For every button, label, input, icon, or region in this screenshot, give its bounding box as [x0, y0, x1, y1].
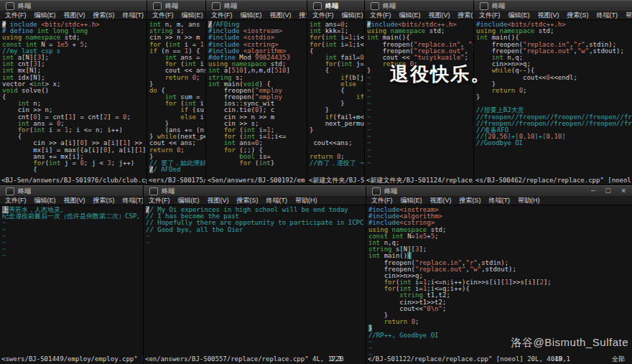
code-token: ] = — [107, 113, 123, 121]
menu-item[interactable]: 视图(V) — [429, 11, 450, 20]
menu-item[interactable]: 视图(V) — [208, 196, 229, 205]
code-line: ~ — [367, 147, 474, 154]
menu-item[interactable]: 文件(F) — [479, 11, 501, 20]
code-token: } — [310, 126, 313, 134]
code-token: int — [33, 126, 45, 134]
menu-item[interactable]: 视图(V) — [538, 11, 559, 20]
code-line: return 0; — [368, 319, 632, 325]
code-area[interactable]: // My Oi experinces in high school will … — [144, 205, 366, 355]
code-area[interactable]: int ans=0;int kkk=1;for(int i=1;i<=nfor(… — [307, 20, 365, 177]
menu-item[interactable]: 帮助(H) — [295, 196, 317, 205]
code-token: "tuiyikuaile" — [414, 54, 464, 61]
menu-item[interactable]: 搜索(S) — [93, 11, 115, 20]
window-titlebar[interactable]: 终端 — [0, 0, 147, 11]
terminal-window-top-1[interactable]: 终端 文件(F)编辑(E)视图(V)搜索(S)终端(T)帮助(H) # incl… — [0, 0, 147, 185]
window-title: 终端 — [224, 1, 237, 11]
menu-bar: 文件(F)编辑(E)视图(V)搜索(S)终端(T)帮助(H) — [147, 11, 206, 20]
menu-item[interactable]: 搜索(S) — [237, 196, 259, 205]
vim-statusline: <en/answers/BJ-S00557/replace/replace.cp… — [144, 355, 366, 364]
window-titlebar[interactable]: 终端 — [144, 185, 366, 196]
menu-item[interactable]: 帮助(H) — [518, 196, 540, 205]
code-area[interactable]: # include <bits/stdc++.h># define int lo… — [0, 20, 147, 177]
menu-item[interactable]: 编辑(E) — [401, 196, 422, 205]
code-area[interactable]: //AFOing#include <iostream>#include <cst… — [206, 20, 307, 177]
code-line: ~ — [367, 121, 474, 127]
menu-bar: 文件(F)编辑(E)视图(V)搜索(S)终端(T)帮助(H) — [365, 11, 474, 20]
maximize-button[interactable]: ☐ — [605, 188, 610, 195]
menu-item[interactable]: 终端(T) — [489, 196, 511, 205]
menu-item[interactable]: 文件(F) — [5, 196, 27, 205]
terminal-icon — [372, 187, 381, 195]
code-area[interactable]: 上善若水，人杰地灵。纪念退役前最后一次（也许是倒数第二次）CSP。~~~~~~ — [0, 205, 144, 355]
code-area[interactable]: #include<iostream>#include<algorithm>#in… — [366, 205, 632, 355]
menu-item[interactable]: 文件(F) — [152, 11, 174, 20]
window-titlebar[interactable]: 终端 — [307, 0, 365, 11]
window-titlebar[interactable]: 终端 — [206, 0, 307, 11]
code-token: 纪念退役前最后一次（也许是倒数第二次）CSP。 — [2, 213, 143, 220]
menu-item[interactable]: 编辑(E) — [34, 11, 56, 20]
close-button[interactable]: ✕ — [621, 188, 626, 195]
code-token: ~ — [146, 239, 149, 246]
code-token: for — [239, 159, 251, 167]
window-titlebar[interactable]: 终端 ─ ☐ ✕ — [366, 185, 632, 196]
window-titlebar[interactable]: 终端 — [0, 185, 144, 196]
terminal-window-bottom-2[interactable]: 终端 文件(F)编辑(E)视图(V)搜索(S)终端(T)帮助(H) // My … — [144, 185, 366, 364]
menu-item[interactable]: 编辑(E) — [34, 196, 56, 205]
window-title: 终端 — [492, 1, 505, 11]
menu-bar: 文件(F)编辑(E)视图(V)搜索(S)终端(T)帮助(H) — [366, 196, 632, 205]
menu-item[interactable]: 视图(V) — [270, 11, 292, 20]
menu-item[interactable]: 搜索(S) — [460, 196, 481, 205]
menu-item[interactable]: 搜索(S) — [299, 11, 308, 20]
code-line: ~ — [367, 160, 474, 167]
menu-item[interactable]: 搜索(S) — [567, 11, 589, 20]
menu-item[interactable]: 终端(T) — [123, 11, 144, 20]
window-titlebar[interactable]: 终端 — [147, 0, 206, 11]
code-token: 1e5 — [415, 233, 427, 240]
code-token: + — [68, 41, 80, 48]
menu-item[interactable]: 文件(F) — [5, 11, 27, 20]
terminal-window-bottom-1[interactable]: 终端 文件(F)编辑(E)视图(V)搜索(S)终端(T)帮助(H) 上善若水，人… — [0, 185, 144, 364]
code-area[interactable]: int n, m, ansstring s;cin >> n >> mfor (… — [147, 20, 206, 177]
menu-item[interactable]: 编辑(E) — [508, 11, 530, 20]
menu-item[interactable]: 帮助(H) — [626, 11, 632, 20]
window-titlebar[interactable]: 终端 — [365, 0, 474, 11]
menu-item[interactable]: 视图(V) — [64, 11, 85, 20]
menu-item[interactable]: 搜索(S) — [458, 11, 475, 20]
code-token: std; — [425, 27, 445, 34]
code-line: for(int i=1;i<=k — [310, 42, 365, 48]
menu-item[interactable]: 文件(F) — [312, 11, 334, 20]
menu-item[interactable]: 文件(F) — [211, 11, 233, 20]
terminal-window-top-5[interactable]: 终端 文件(F)编辑(E)视图(V)搜索(S)终端(T)帮助(H) #inclu… — [365, 0, 474, 185]
vim-statusline: <s/BJ-S00462/replace/replace.cpp" [noeol… — [474, 177, 632, 185]
menu-item[interactable]: 终端(T) — [266, 196, 288, 205]
code-line: cout<<ans; — [310, 140, 365, 146]
code-token: ], a[i][ — [142, 146, 147, 154]
menu-item[interactable]: 编辑(E) — [178, 196, 200, 205]
menu-item[interactable]: 编辑(E) — [342, 11, 363, 20]
terminal-window-top-2[interactable]: 终端 文件(F)编辑(E)视图(V)搜索(S)终端(T)帮助(H) int n,… — [147, 0, 206, 185]
menu-item[interactable]: 搜索(S) — [93, 196, 115, 205]
vim-statusline: <swers/BJ-S01449/employ/employ.cpp" [noe… — [0, 355, 144, 364]
menu-item[interactable]: 视图(V) — [430, 196, 452, 205]
terminal-window-top-3[interactable]: 终端 文件(F)编辑(E)视图(V)搜索(S)终端(T)帮助(H) //AFOi… — [206, 0, 307, 185]
code-token: <<endl; — [550, 74, 577, 81]
menu-item[interactable]: 编辑(E) — [182, 11, 203, 20]
menu-item[interactable]: 编辑(E) — [399, 11, 421, 20]
menu-item[interactable]: 终端(T) — [123, 196, 144, 205]
menu-item[interactable]: 编辑(E) — [241, 11, 262, 20]
menu-item[interactable]: 终端(T) — [597, 11, 618, 20]
menu-item[interactable]: 视图(V) — [64, 196, 85, 205]
terminal-window-top-4[interactable]: 终端 文件(F)编辑(E)视图(V)搜索(S)终端(T)帮助(H) int an… — [307, 0, 365, 185]
code-line: ~ — [2, 233, 144, 240]
code-token: ; — [442, 305, 446, 312]
menu-item[interactable]: 文件(F) — [370, 11, 391, 20]
menu-item[interactable]: 文件(F) — [371, 196, 393, 205]
menu-item[interactable]: 文件(F) — [149, 196, 170, 205]
overlay-caption: 退役快乐。 — [390, 62, 491, 87]
window-titlebar[interactable]: 终端 — [474, 0, 632, 11]
minimize-button[interactable]: ─ — [591, 188, 595, 195]
code-line: ~ — [367, 114, 474, 121]
terminal-window-top-6[interactable]: 终端 文件(F)编辑(E)视图(V)搜索(S)终端(T)帮助(H) #inclu… — [474, 0, 632, 185]
code-area[interactable]: #include<bits/stdc++.h>using namespace s… — [474, 20, 632, 177]
code-area[interactable]: #include<bits/stdc++.h>using namespace s… — [365, 20, 474, 177]
